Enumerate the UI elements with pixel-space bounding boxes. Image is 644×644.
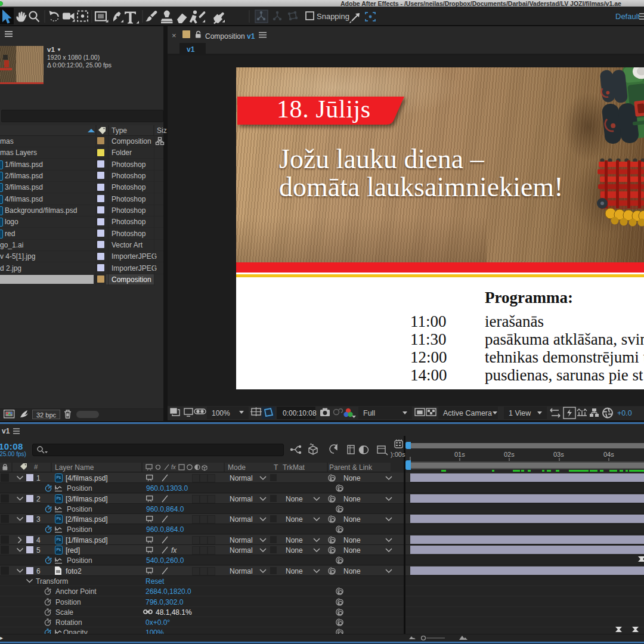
- svg-text:1 View: 1 View: [509, 409, 531, 417]
- svg-text:0:00:10:08: 0:00:10:08: [283, 409, 317, 417]
- svg-text:Snapping: Snapping: [317, 12, 349, 21]
- svg-text:+0.0: +0.0: [617, 409, 632, 417]
- svg-text:Full: Full: [363, 409, 375, 417]
- svg-text:100%: 100%: [212, 409, 230, 417]
- svg-text:Default: Default: [615, 12, 640, 21]
- svg-text:Active Camera: Active Camera: [443, 409, 492, 417]
